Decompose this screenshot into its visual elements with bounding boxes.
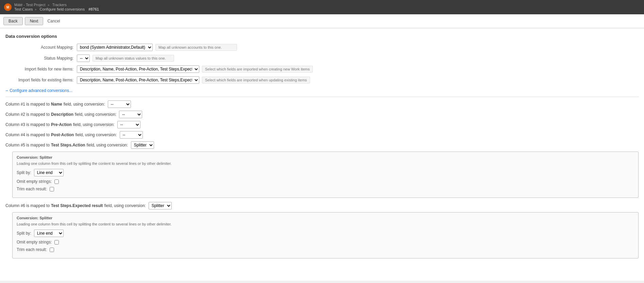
- account-mapping-row: Account Mapping: bond (System Administra…: [5, 44, 639, 51]
- conversion-box-6-desc: Loading one column from this cell by spl…: [17, 222, 634, 226]
- column-4-row: Column #4 is mapped to Post-Action field…: [5, 131, 639, 139]
- col4-pre: Column #4 is mapped to: [5, 132, 50, 137]
- account-mapping-hint: Map all unknown accounts to this one.: [155, 44, 237, 51]
- column-5-row: Column #5 is mapped to Test Steps.Action…: [5, 141, 639, 149]
- split-by-select-5[interactable]: Line end Comma Semicolon Tab Custom: [34, 169, 64, 176]
- status-mapping-row: Status Mapping: -- Map all unknown statu…: [5, 54, 639, 62]
- col6-pre: Column #6 is mapped to: [5, 203, 50, 208]
- account-mapping-select[interactable]: bond (System Administrator,Default): [77, 44, 153, 51]
- col2-field: Description: [51, 112, 73, 117]
- conversion-box-5-title: Conversion: Splitter: [17, 155, 634, 159]
- split-by-row-5: Split by: Line end Comma Semicolon Tab C…: [17, 169, 634, 176]
- column-2-row: Column #2 is mapped to Description field…: [5, 111, 639, 118]
- project-name: Máté - Test Project: [14, 3, 46, 7]
- trim-checkbox-5[interactable]: [50, 187, 54, 191]
- import-new-hint: Select which fields are imported when cr…: [202, 66, 313, 73]
- omit-row-6: Omit empty strings:: [17, 240, 634, 245]
- col5-pre: Column #5 is mapped to: [5, 143, 50, 147]
- col5-post: field, using conversion:: [87, 143, 128, 147]
- import-new-control: Description, Name, Post-Action, Pre-Acti…: [77, 65, 313, 73]
- col4-field: Post-Action: [51, 132, 74, 137]
- section-name: Trackers: [52, 3, 67, 7]
- main-content: Data conversion options Account Mapping:…: [0, 28, 644, 281]
- header-breadcrumb-top: Máté - Test Project ▸ Trackers: [14, 3, 99, 7]
- issue-id: #8761: [88, 7, 99, 11]
- app-logo: M: [4, 3, 12, 11]
- section-title: Data conversion options: [5, 34, 639, 39]
- import-existing-select[interactable]: Description, Name, Post-Action, Pre-Acti…: [77, 76, 199, 84]
- import-new-row: Import fields for new items: Description…: [5, 65, 639, 73]
- sub-page-name: Configure field conversions: [40, 7, 85, 11]
- omit-label-5: Omit empty strings:: [17, 179, 52, 184]
- header-nav: Máté - Test Project ▸ Trackers Test Case…: [14, 3, 99, 12]
- toolbar: Back Next Cancel: [0, 14, 644, 28]
- sep2: ▸: [35, 7, 38, 11]
- import-new-select[interactable]: Description, Name, Post-Action, Pre-Acti…: [77, 65, 199, 73]
- trim-label-6: Trim each result:: [17, 247, 47, 252]
- conversion-box-5: Conversion: Splitter Loading one column …: [12, 152, 639, 198]
- conversion-box-6: Conversion: Splitter Loading one column …: [12, 212, 639, 258]
- omit-row-5: Omit empty strings:: [17, 179, 634, 184]
- column-3-row: Column #3 is mapped to Pre-Action field,…: [5, 121, 639, 128]
- trim-label-5: Trim each result:: [17, 187, 47, 191]
- import-new-label: Import fields for new items:: [5, 67, 73, 72]
- col3-post: field, using conversion:: [73, 122, 115, 127]
- status-mapping-control: -- Map all unknown status values to this…: [77, 54, 174, 62]
- status-mapping-label: Status Mapping:: [5, 56, 73, 61]
- col1-pre: Column #1 is mapped to: [5, 102, 50, 107]
- col3-conversion-select[interactable]: --Splitter: [117, 121, 140, 128]
- col2-post: field, using conversion:: [75, 112, 116, 117]
- status-mapping-select[interactable]: --: [77, 54, 90, 62]
- page-name: Test Cases: [14, 7, 33, 11]
- col3-field: Pre-Action: [51, 122, 72, 127]
- advanced-conversions-link[interactable]: − Configure advanced conversions...: [5, 88, 639, 93]
- omit-label-6: Omit empty strings:: [17, 240, 52, 245]
- split-by-label-5: Split by:: [17, 170, 31, 175]
- conversion-box-6-title: Conversion: Splitter: [17, 216, 634, 220]
- column-section: Column #1 is mapped to Name field, using…: [5, 97, 639, 258]
- import-existing-label: Import fields for existing items:: [5, 78, 73, 82]
- column-1-row: Column #1 is mapped to Name field, using…: [5, 100, 639, 108]
- omit-checkbox-5[interactable]: [54, 179, 59, 184]
- col6-conversion-select[interactable]: --Splitter: [149, 202, 172, 209]
- col5-conversion-select[interactable]: --Splitter: [131, 141, 154, 149]
- col6-field: Test Steps.Expected result: [51, 203, 103, 208]
- col5-field: Test Steps.Action: [51, 143, 85, 147]
- col1-post: field, using conversion:: [64, 102, 105, 107]
- trim-checkbox-6[interactable]: [50, 248, 54, 252]
- sep1: ▸: [48, 3, 51, 7]
- minus-icon: −: [5, 88, 8, 93]
- col6-post: field, using conversion:: [104, 203, 146, 208]
- cancel-button[interactable]: Cancel: [45, 17, 62, 25]
- omit-checkbox-6[interactable]: [54, 240, 59, 245]
- status-mapping-hint: Map all unknown status values to this on…: [92, 55, 174, 62]
- column-6-row: Column #6 is mapped to Test Steps.Expect…: [5, 202, 639, 209]
- col2-pre: Column #2 is mapped to: [5, 112, 50, 117]
- import-existing-hint: Select which fields are imported when up…: [202, 77, 310, 83]
- account-mapping-control: bond (System Administrator,Default) Map …: [77, 44, 237, 51]
- col2-conversion-select[interactable]: --Splitter: [119, 111, 142, 118]
- conversion-box-5-desc: Loading one column from this cell by spl…: [17, 161, 634, 166]
- import-existing-control: Description, Name, Post-Action, Pre-Acti…: [77, 76, 310, 84]
- account-mapping-label: Account Mapping:: [5, 45, 73, 50]
- trim-row-5: Trim each result:: [17, 187, 634, 191]
- col1-conversion-select[interactable]: --Splitter: [108, 100, 131, 108]
- split-by-row-6: Split by: Line end Comma Semicolon Tab C…: [17, 230, 634, 237]
- col4-conversion-select[interactable]: --Splitter: [120, 131, 143, 139]
- split-by-select-6[interactable]: Line end Comma Semicolon Tab Custom: [34, 230, 64, 237]
- col1-field: Name: [51, 102, 62, 107]
- import-existing-row: Import fields for existing items: Descri…: [5, 76, 639, 84]
- col3-pre: Column #3 is mapped to: [5, 122, 50, 127]
- app-header: M Máté - Test Project ▸ Trackers Test Ca…: [0, 0, 644, 14]
- trim-row-6: Trim each result:: [17, 247, 634, 252]
- back-button[interactable]: Back: [3, 17, 23, 25]
- next-button[interactable]: Next: [25, 17, 44, 25]
- col4-post: field, using conversion:: [75, 132, 117, 137]
- header-breadcrumb-bottom: Test Cases ▸ Configure field conversions…: [14, 7, 99, 12]
- split-by-label-6: Split by:: [17, 231, 31, 236]
